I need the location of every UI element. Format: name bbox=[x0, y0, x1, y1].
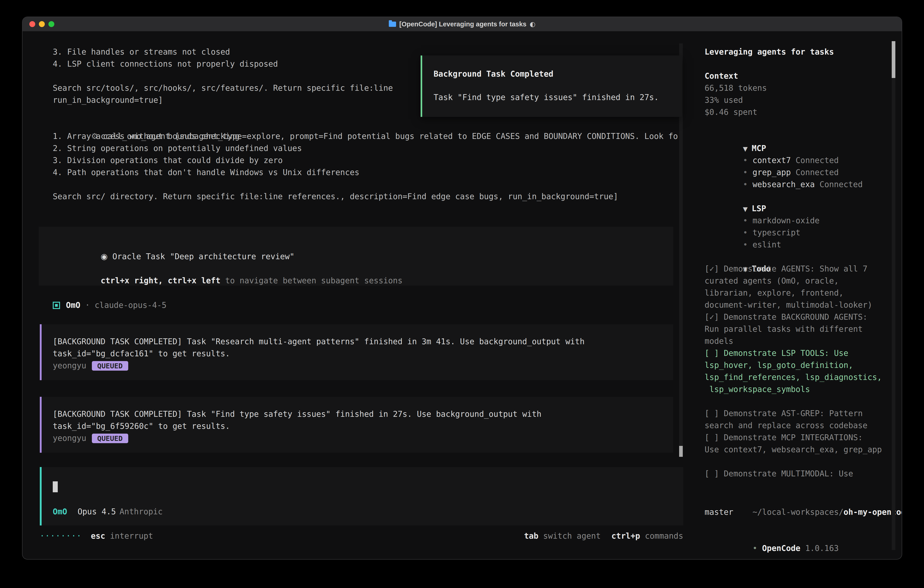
oracle-task-title: Oracle Task "Deep architecture review" bbox=[112, 252, 294, 261]
todo-item-line: [✓] Demonstrate AGENTS: Show all 7 bbox=[705, 263, 902, 275]
todo-section-header[interactable]: ▼Todo bbox=[705, 251, 902, 263]
text-cursor bbox=[53, 481, 58, 492]
mcp-item: •websearch_exaConnected bbox=[705, 167, 902, 178]
message-text: task_id="bg_6f59260c" to get results. bbox=[53, 420, 673, 432]
session-title: Leveraging agents for tasks bbox=[705, 46, 902, 58]
record-icon: ◉ bbox=[101, 252, 108, 261]
lsp-item: •typescript bbox=[705, 215, 902, 227]
context-tokens: 66,518 tokens bbox=[705, 82, 902, 94]
input-provider-name: Anthropic bbox=[120, 506, 163, 518]
loading-icon: ◐ bbox=[530, 20, 535, 28]
task-completed-toast[interactable]: Background Task Completed Task "Find typ… bbox=[421, 56, 682, 117]
blank-line bbox=[705, 456, 902, 468]
todo-item-line: document-writer, multimodal-looker) bbox=[705, 299, 902, 311]
todo-item-line-active: lsp_hover, lsp_goto_definition, bbox=[705, 359, 902, 371]
mcp-section-header[interactable]: ▼MCP bbox=[705, 130, 902, 142]
todo-item-line: Use context7, websearch_exa, grep_app bbox=[705, 444, 902, 456]
app-name: OpenCode bbox=[762, 543, 800, 553]
hint-description: to navigate between subagent sessions bbox=[221, 276, 403, 285]
app-version: 1.0.163 bbox=[805, 543, 839, 553]
context-used: 33% used bbox=[705, 94, 902, 106]
minimize-button[interactable] bbox=[39, 21, 45, 27]
workspace-path: ~/local-workspaces/oh-my-opencode: bbox=[705, 494, 902, 506]
blank-line bbox=[53, 178, 695, 190]
toast-body: Task "Find type safety issues" finished … bbox=[434, 91, 682, 104]
todo-item-line: search and replace across codebase bbox=[705, 420, 902, 431]
agent-header: OmO · claude-opus-4-5 bbox=[53, 299, 695, 311]
message-text: [BACKGROUND TASK COMPLETED] Task "Resear… bbox=[53, 335, 673, 348]
esc-action-label: interrupt bbox=[110, 530, 153, 542]
app-version-line: •OpenCode1.0.163 bbox=[705, 530, 902, 542]
message-meta: yeongyu QUEUED bbox=[53, 432, 673, 444]
message-text: [BACKGROUND TASK COMPLETED] Task "Find t… bbox=[53, 408, 673, 420]
close-button[interactable] bbox=[29, 21, 35, 27]
todo-item-line-active: lsp_workspace_symbols bbox=[705, 383, 902, 395]
todo-item-line: librarian, explore, frontend, bbox=[705, 287, 902, 299]
navigation-hint: ctrl+x right, ctrl+x left to navigate be… bbox=[53, 263, 673, 275]
chat-scrollbar-thumb[interactable] bbox=[679, 446, 683, 457]
input-agent-name: OmO bbox=[53, 506, 67, 518]
esc-key-hint: esc bbox=[91, 530, 105, 542]
blank-line bbox=[705, 395, 902, 408]
message-text: task_id="bg_dcfac161" to get results. bbox=[53, 348, 673, 360]
blank-line bbox=[705, 118, 902, 130]
spinner-dots: ········ bbox=[40, 530, 82, 542]
todo-item-line: Run parallel tasks with different bbox=[705, 323, 902, 335]
context-spent: $0.46 spent bbox=[705, 106, 902, 118]
tab-key-hint: tab bbox=[524, 530, 538, 542]
status-right: tab switch agent ctrl+p commands bbox=[524, 530, 683, 542]
todo-item-line: models bbox=[705, 335, 902, 347]
background-task-message[interactable]: [BACKGROUND TASK COMPLETED] Task "Resear… bbox=[40, 324, 673, 380]
context-heading: Context bbox=[705, 70, 902, 82]
bullet-icon: • bbox=[752, 543, 757, 553]
tab-action-label: switch agent bbox=[543, 530, 601, 542]
hint-keybindings: ctrl+x right, ctrl+x left bbox=[101, 276, 221, 285]
lsp-section-header[interactable]: ▼LSP bbox=[705, 190, 902, 203]
message-author: yeongyu bbox=[53, 360, 86, 372]
oracle-task-header: ◉Oracle Task "Deep architecture review" bbox=[53, 238, 673, 251]
sidebar: Leveraging agents for tasks Context 66,5… bbox=[695, 31, 902, 559]
mcp-item: •grep_appConnected bbox=[705, 154, 902, 167]
todo-item-line-active: lsp_find_references, lsp_diagnostics, bbox=[705, 371, 902, 383]
window-body: 3. File handles or streams not closed 4.… bbox=[23, 31, 902, 559]
blank-line bbox=[705, 58, 902, 70]
background-task-message[interactable]: [BACKGROUND TASK COMPLETED] Task "Find t… bbox=[40, 397, 673, 453]
todo-item-line: [ ] Demonstrate MCP INTEGRATIONS: bbox=[705, 431, 902, 444]
folder-icon bbox=[389, 21, 396, 27]
input-meta: OmO Opus 4.5 Anthropic bbox=[53, 506, 163, 518]
workspace-path-prefix: ~/local-workspaces/ bbox=[752, 507, 843, 517]
agent-square-icon bbox=[53, 302, 60, 309]
app-window: [OpenCode] Leveraging agents for tasks ◐… bbox=[22, 17, 902, 560]
title-bar[interactable]: [OpenCode] Leveraging agents for tasks ◐ bbox=[23, 17, 902, 31]
traffic-lights bbox=[29, 17, 54, 31]
sidebar-scrollbar[interactable] bbox=[892, 41, 895, 550]
mcp-item: •context7Connected bbox=[705, 142, 902, 154]
message-author: yeongyu bbox=[53, 432, 86, 444]
terminal-line: 4. Path operations that don't handle Win… bbox=[53, 167, 695, 178]
sidebar-scrollbar-thumb[interactable] bbox=[892, 41, 895, 78]
terminal-line: 2. String operations on potentially unde… bbox=[53, 142, 695, 154]
agent-name: OmO bbox=[66, 299, 80, 311]
ctrlp-action-label: commands bbox=[645, 530, 683, 542]
blank-line bbox=[434, 80, 682, 91]
todo-item-line: [ ] Demonstrate MULTIMODAL: Use bbox=[705, 468, 902, 480]
status-bar: ········ esc interrupt tab switch agent … bbox=[40, 530, 683, 542]
zoom-button[interactable] bbox=[48, 21, 54, 27]
todo-item-line: [ ] Demonstrate AST-GREP: Pattern bbox=[705, 408, 902, 420]
lsp-item: •eslint bbox=[705, 227, 902, 239]
prompt-input[interactable]: OmO Opus 4.5 Anthropic bbox=[40, 467, 683, 525]
oracle-task-panel[interactable]: ◉Oracle Task "Deep architecture review" … bbox=[39, 227, 673, 286]
todo-item-line-active: [ ] Demonstrate LSP TOOLS: Use bbox=[705, 347, 902, 359]
todo-item-line: [✓] Demonstrate BACKGROUND AGENTS: bbox=[705, 311, 902, 323]
blank-line bbox=[705, 239, 902, 251]
toast-title: Background Task Completed bbox=[434, 68, 682, 80]
sidebar-footer: ~/local-workspaces/oh-my-opencode: maste… bbox=[705, 494, 902, 542]
lsp-item: •markdown-oxide bbox=[705, 203, 902, 215]
window-title: [OpenCode] Leveraging agents for tasks ◐ bbox=[389, 20, 535, 28]
status-badge: QUEUED bbox=[92, 361, 128, 371]
todo-item-line: curated agents (OmO, oracle, bbox=[705, 275, 902, 287]
ctrlp-key-hint: ctrl+p bbox=[611, 530, 640, 542]
chat-pane: 3. File handles or streams not closed 4.… bbox=[23, 31, 695, 559]
status-badge: QUEUED bbox=[92, 434, 128, 443]
window-title-text: [OpenCode] Leveraging agents for tasks bbox=[399, 20, 526, 28]
